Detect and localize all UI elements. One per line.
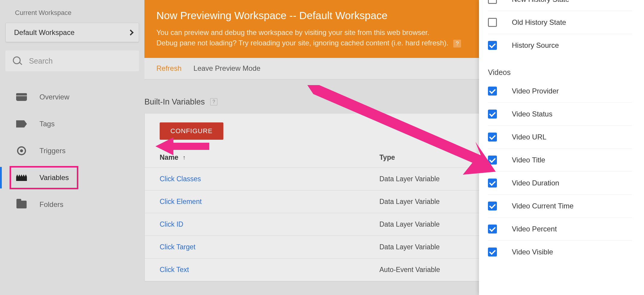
variable-type: Data Layer Variable (379, 198, 440, 206)
checkbox-row[interactable]: Video Duration (488, 172, 632, 195)
configure-panel: New History State Old History StateHisto… (479, 0, 644, 295)
checkbox-label: Video URL (512, 133, 547, 141)
variable-link[interactable]: Click ID (160, 220, 183, 228)
search-box[interactable] (5, 50, 139, 71)
variable-type: Data Layer Variable (379, 220, 440, 228)
checkbox-label: Video Provider (512, 87, 559, 95)
variable-link[interactable]: Click Element (160, 198, 202, 206)
configure-button[interactable]: CONFIGURE (160, 122, 223, 140)
variable-type: Data Layer Variable (379, 175, 440, 183)
sidebar: Current Workspace Default Workspace Over… (0, 0, 144, 295)
checkbox-row[interactable]: Video URL (488, 126, 632, 149)
checkbox-checked[interactable] (488, 179, 497, 188)
checkbox-label: Video Title (512, 156, 545, 164)
sidebar-nav: Overview Tags Triggers Variables Folders (0, 86, 144, 215)
checkbox-checked[interactable] (488, 110, 497, 119)
search-icon (13, 56, 21, 65)
variable-link[interactable]: Click Classes (160, 175, 201, 183)
checkbox-row[interactable]: Old History State (488, 11, 632, 34)
panel-group-heading: Videos (488, 57, 632, 80)
sort-ascending-icon: ↑ (183, 154, 186, 161)
checkbox-checked[interactable] (488, 202, 497, 211)
sidebar-item-label: Triggers (39, 147, 65, 155)
variable-link[interactable]: Click Target (160, 243, 196, 251)
checkbox-label: Video Duration (512, 179, 559, 187)
checkbox-checked[interactable] (488, 87, 497, 96)
tag-icon (16, 120, 27, 127)
search-input[interactable] (29, 57, 132, 65)
current-workspace-label: Current Workspace (15, 9, 144, 17)
checkbox-row[interactable]: Video Status (488, 103, 632, 126)
checkbox-row[interactable]: New History State (488, 0, 632, 11)
sidebar-item-label: Variables (39, 173, 69, 182)
checkbox-row[interactable]: Video Percent (488, 218, 632, 241)
checkbox-label: Video Visible (512, 248, 553, 256)
chevron-right-icon (128, 30, 134, 36)
checkbox-row[interactable]: Video Provider (488, 80, 632, 103)
sidebar-item-label: Tags (39, 120, 55, 128)
overview-icon (16, 93, 27, 101)
checkbox-label: Video Percent (512, 225, 557, 233)
variable-type: Data Layer Variable (379, 243, 440, 251)
checkbox-unchecked[interactable] (488, 0, 497, 4)
sidebar-item-triggers[interactable]: Triggers (0, 140, 144, 162)
variables-icon (16, 174, 27, 181)
sidebar-item-label: Overview (39, 93, 69, 101)
checkbox-row[interactable]: Video Visible (488, 241, 632, 263)
folder-icon (16, 201, 27, 208)
checkbox-checked[interactable] (488, 225, 497, 233)
checkbox-row[interactable]: Video Title (488, 149, 632, 172)
sidebar-item-tags[interactable]: Tags (0, 113, 144, 135)
help-icon[interactable]: ? (453, 40, 461, 47)
help-icon[interactable]: ? (210, 98, 217, 105)
checkbox-label: Old History State (512, 18, 566, 27)
sidebar-item-variables[interactable]: Variables (0, 167, 144, 188)
checkbox-checked[interactable] (488, 133, 497, 142)
variable-link[interactable]: Click Text (160, 266, 189, 274)
trigger-icon (17, 146, 26, 155)
leave-preview-link[interactable]: Leave Preview Mode (193, 64, 260, 73)
workspace-name: Default Workspace (14, 28, 74, 37)
col-name-header[interactable]: Name ↑ (160, 153, 379, 162)
sidebar-item-overview[interactable]: Overview (0, 86, 144, 108)
checkbox-unchecked[interactable] (488, 18, 497, 27)
refresh-link[interactable]: Refresh (156, 64, 181, 73)
checkbox-label: New History State (512, 0, 569, 4)
workspace-selector[interactable]: Default Workspace (5, 23, 139, 42)
checkbox-label: Video Current Time (512, 202, 573, 210)
checkbox-row[interactable]: Video Current Time (488, 195, 632, 218)
checkbox-checked[interactable] (488, 41, 497, 50)
sidebar-item-label: Folders (39, 200, 63, 209)
col-type-header[interactable]: Type (379, 153, 395, 162)
sidebar-item-folders[interactable]: Folders (0, 194, 144, 215)
variable-type: Auto-Event Variable (379, 266, 440, 274)
active-indicator (0, 167, 2, 188)
checkbox-checked[interactable] (488, 156, 497, 165)
checkbox-label: Video Status (512, 110, 553, 118)
checkbox-row[interactable]: History Source (488, 34, 632, 57)
checkbox-label: History Source (512, 41, 559, 50)
checkbox-checked[interactable] (488, 248, 497, 256)
